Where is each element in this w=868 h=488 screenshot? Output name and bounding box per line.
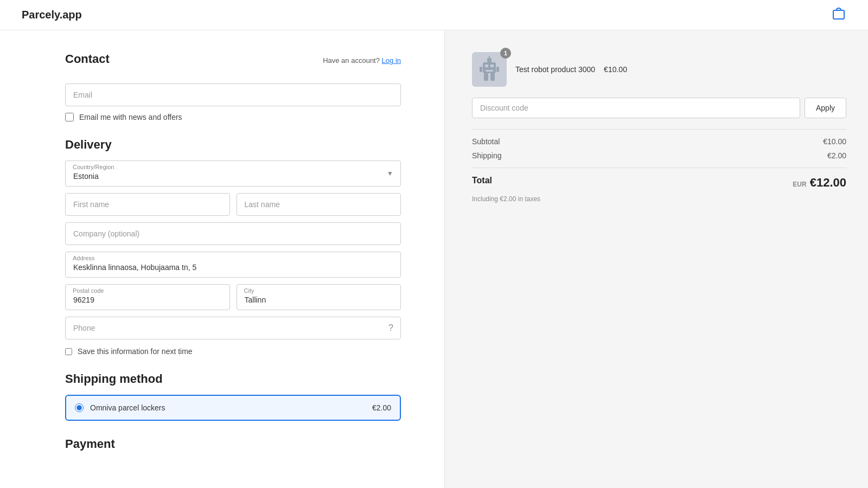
svg-rect-4 — [486, 70, 493, 72]
contact-title: Contact — [65, 52, 110, 66]
total-right: EUR €12.00 — [793, 176, 846, 190]
newsletter-label: Email me with news and offers — [79, 113, 182, 121]
product-image — [472, 52, 507, 87]
phone-field[interactable] — [65, 317, 401, 339]
header: Parcely.app — [0, 0, 868, 30]
email-field[interactable] — [65, 84, 401, 106]
svg-rect-0 — [833, 10, 844, 19]
divider-2 — [472, 168, 846, 168]
have-account-text: Have an account? Log in — [323, 56, 401, 65]
logo: Parcely.app — [22, 9, 82, 21]
save-info-checkbox[interactable] — [65, 348, 72, 355]
svg-rect-8 — [496, 67, 499, 72]
divider-1 — [472, 129, 846, 130]
subtotal-line: Subtotal €10.00 — [472, 137, 846, 146]
shipping-method-section: Shipping method Omniva parcel lockers €2… — [65, 372, 401, 421]
login-link[interactable]: Log in — [382, 56, 401, 65]
address-wrapper: Address — [65, 252, 401, 278]
delivery-section: Delivery Country/Region Estonia ▼ Addres… — [65, 138, 401, 356]
company-wrapper — [65, 222, 401, 245]
svg-rect-10 — [490, 73, 495, 81]
address-field[interactable] — [65, 252, 401, 278]
total-currency-label: EUR — [793, 181, 806, 188]
tax-note: Including €2.00 in taxes — [472, 195, 846, 203]
shipping-option-price: €2.00 — [372, 403, 391, 412]
name-row — [65, 193, 401, 216]
product-price: €10.00 — [604, 65, 627, 74]
svg-rect-2 — [485, 65, 488, 67]
total-amount: €12.00 — [810, 176, 846, 190]
country-select[interactable]: Estonia — [65, 160, 401, 187]
right-panel: 1 Test robot product 3000 €10.00 Apply S… — [445, 30, 868, 488]
city-wrapper: City — [237, 284, 401, 310]
shipping-line: Shipping €2.00 — [472, 151, 846, 160]
cart-icon[interactable] — [831, 6, 846, 24]
svg-rect-3 — [490, 65, 494, 67]
save-info-row: Save this information for next time — [65, 347, 401, 356]
phone-wrapper: ? — [65, 317, 401, 339]
first-name-field[interactable] — [65, 193, 230, 216]
svg-rect-7 — [480, 67, 482, 72]
total-line: Total EUR €12.00 — [472, 176, 846, 190]
postal-city-row: Postal code City — [65, 284, 401, 310]
city-field[interactable] — [237, 284, 401, 310]
save-info-label: Save this information for next time — [78, 347, 193, 356]
product-badge: 1 — [500, 48, 511, 59]
country-region-wrapper: Country/Region Estonia ▼ — [65, 160, 401, 187]
product-image-wrapper: 1 — [472, 52, 507, 87]
shipping-option-left: Omniva parcel lockers — [75, 403, 165, 412]
product-row: 1 Test robot product 3000 €10.00 — [472, 52, 846, 87]
subtotal-label: Subtotal — [472, 137, 500, 146]
newsletter-row: Email me with news and offers — [65, 113, 401, 121]
postal-code-field[interactable] — [65, 284, 230, 310]
svg-rect-6 — [489, 56, 490, 58]
shipping-label: Shipping — [472, 151, 502, 160]
apply-button[interactable]: Apply — [805, 98, 846, 118]
help-icon[interactable]: ? — [388, 323, 393, 333]
delivery-title: Delivery — [65, 138, 401, 152]
company-field[interactable] — [65, 222, 401, 245]
product-name: Test robot product 3000 — [515, 65, 595, 74]
discount-code-field[interactable] — [472, 98, 800, 118]
contact-header: Contact Have an account? Log in — [65, 52, 401, 75]
svg-rect-5 — [487, 58, 492, 62]
shipping-method-title: Shipping method — [65, 372, 401, 386]
page-layout: Contact Have an account? Log in Email me… — [0, 30, 868, 488]
shipping-option-label: Omniva parcel lockers — [90, 403, 165, 412]
payment-title: Payment — [65, 437, 401, 451]
svg-rect-9 — [484, 73, 488, 81]
subtotal-value: €10.00 — [823, 137, 846, 146]
shipping-radio[interactable] — [75, 403, 84, 412]
payment-section: Payment — [65, 437, 401, 451]
shipping-option-omniva[interactable]: Omniva parcel lockers €2.00 — [65, 395, 401, 421]
total-label: Total — [472, 176, 492, 190]
left-panel: Contact Have an account? Log in Email me… — [0, 30, 445, 488]
shipping-value: €2.00 — [827, 151, 846, 160]
postal-wrapper: Postal code — [65, 284, 230, 310]
last-name-field[interactable] — [237, 193, 401, 216]
discount-row: Apply — [472, 98, 846, 118]
newsletter-checkbox[interactable] — [65, 113, 74, 121]
